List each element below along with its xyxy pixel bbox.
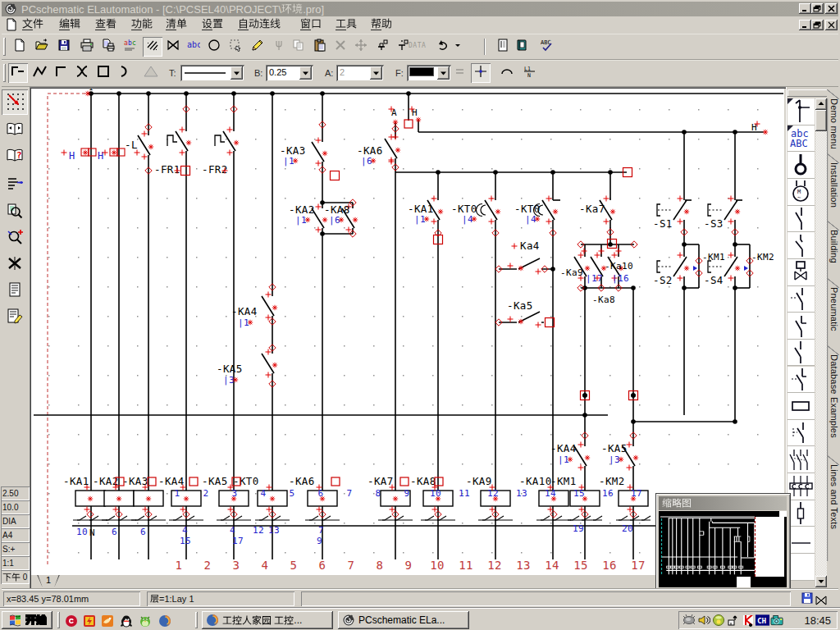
minimize-button[interactable]: [799, 3, 811, 14]
palette-tab-installation[interactable]: Installation: [827, 162, 839, 230]
undo-list-button[interactable]: [448, 37, 468, 57]
quicklaunch-green-bird[interactable]: [138, 614, 152, 628]
page-notes-button[interactable]: [2, 304, 28, 330]
snap-button[interactable]: [471, 63, 491, 83]
palette-scroll-thumb[interactable]: [815, 110, 827, 131]
palette-symbol-contact-dotted[interactable]: [788, 420, 815, 447]
print-button[interactable]: [77, 37, 97, 57]
angle-dropdown[interactable]: [370, 66, 382, 80]
mdi-document-icon[interactable]: [6, 18, 17, 34]
palette-symbol-lamp[interactable]: [788, 152, 815, 179]
symbols-button[interactable]: [163, 37, 183, 57]
pin-up-button[interactable]: [372, 37, 392, 57]
palette-tab-lines-and-texts[interactable]: Lines and Texts: [827, 464, 839, 561]
palette-tab-database-examples[interactable]: Database Examples: [827, 354, 839, 464]
start-button[interactable]: [2, 611, 52, 629]
mdi-minimize-button[interactable]: [799, 20, 811, 30]
tray-chip-gray[interactable]: [682, 614, 696, 627]
menu-item-7[interactable]: [238, 18, 281, 32]
line-labels-button[interactable]: L1N: [520, 63, 540, 83]
move-button[interactable]: [351, 37, 371, 57]
net-button[interactable]: [269, 37, 289, 57]
overview-title-bar[interactable]: [659, 496, 787, 510]
tray-speaker[interactable]: [696, 614, 710, 627]
line-type-dropdown[interactable]: [231, 66, 243, 80]
palette-symbol-terminal-strip[interactable]: [788, 473, 815, 500]
spell-check-button[interactable]: ABC: [537, 37, 557, 57]
palette-symbol-wire-branch[interactable]: [788, 98, 815, 126]
open-button[interactable]: [32, 37, 52, 57]
tray-camera-teal[interactable]: [770, 614, 784, 627]
tray-updown-arrow[interactable]: [726, 614, 740, 627]
menus-button[interactable]: [2, 171, 28, 197]
fill-triangle-button[interactable]: [141, 63, 161, 83]
menu-item-10[interactable]: [371, 18, 392, 32]
palette-symbol-text-abc[interactable]: abcABC: [788, 126, 815, 153]
close-button[interactable]: [825, 3, 838, 14]
edit-button[interactable]: [248, 37, 267, 57]
line-type-combo[interactable]: [180, 65, 244, 81]
taskbar-grip[interactable]: [57, 612, 60, 628]
palette-symbol-coil-box[interactable]: [788, 393, 815, 420]
menu-item-2[interactable]: [59, 18, 80, 32]
palette-symbol-fuse[interactable]: [788, 500, 815, 527]
menu-item-1[interactable]: [22, 18, 43, 32]
menu-item-4[interactable]: [131, 18, 153, 32]
palette-symbol-motor[interactable]: M~: [788, 179, 815, 206]
palette-scroll-up[interactable]: [815, 98, 827, 110]
palette-symbol-solenoid-valve[interactable]: [788, 259, 815, 286]
new-button[interactable]: [10, 37, 30, 57]
palette-scroll-down[interactable]: [815, 576, 827, 587]
menu-item-8[interactable]: [300, 18, 322, 32]
no-zoom-button[interactable]: [2, 252, 28, 277]
menu-item-3[interactable]: [95, 18, 116, 32]
mdi-close-button[interactable]: [825, 20, 838, 30]
overview-window[interactable]: [656, 494, 790, 591]
menu-item-5[interactable]: [166, 18, 187, 32]
draw-lines-button[interactable]: [143, 37, 162, 57]
text-properties-button[interactable]: abc: [120, 37, 139, 57]
delete-button[interactable]: [331, 37, 350, 57]
line-width-dropdown[interactable]: [299, 66, 312, 80]
lists-button[interactable]: [493, 37, 513, 57]
print-page-button[interactable]: [98, 37, 118, 57]
restore-button[interactable]: [811, 3, 824, 14]
manual-button[interactable]: ?: [2, 144, 28, 169]
overview-thumbnail[interactable]: [659, 511, 787, 587]
data-button[interactable]: DATA: [411, 37, 431, 57]
menu-item-9[interactable]: [336, 18, 357, 32]
page-tab-1[interactable]: 1: [37, 575, 60, 587]
palette-symbol-contact-no-3[interactable]: [788, 340, 815, 367]
curves-button[interactable]: [72, 63, 92, 83]
parallel-button[interactable]: [450, 63, 469, 83]
taskbar-grip[interactable]: [195, 612, 198, 628]
copy-button[interactable]: [289, 37, 308, 57]
palette-symbol-switch-nc-2[interactable]: [788, 367, 815, 394]
palette-symbol-three-pole-switch[interactable]: [788, 446, 815, 473]
palette-scroll-track[interactable]: [815, 110, 827, 576]
paste-button[interactable]: [310, 37, 330, 57]
mdi-restore-button[interactable]: [811, 20, 824, 30]
arc-button[interactable]: [115, 63, 135, 83]
tray-lang-ch[interactable]: CH: [756, 614, 769, 627]
menu-item-6[interactable]: [202, 18, 223, 32]
fill-color-dropdown[interactable]: [437, 66, 450, 80]
corner-button[interactable]: [51, 63, 71, 83]
line-width-combo[interactable]: 0.25: [266, 65, 313, 81]
palette-symbol-contact-no-2[interactable]: [788, 232, 815, 259]
database-button[interactable]: [512, 37, 532, 57]
circles-button[interactable]: [204, 37, 224, 57]
palette-tab-pneumatic[interactable]: Pneumatic: [827, 287, 839, 354]
angle-combo[interactable]: 2: [336, 65, 384, 81]
page-browse-button[interactable]: [2, 117, 28, 143]
task-button-2[interactable]: PCschematic ELa...: [338, 611, 469, 629]
tray-green-ball[interactable]: [711, 614, 725, 627]
area-button[interactable]: [226, 37, 245, 57]
palette-symbol-limit-switch[interactable]: [788, 286, 815, 313]
zoom-page-button[interactable]: [2, 199, 28, 225]
quicklaunch-firefox[interactable]: [158, 614, 171, 628]
zoom-in-button[interactable]: [2, 226, 28, 251]
page-data-button[interactable]: [2, 278, 28, 304]
texts-button[interactable]: abc: [184, 37, 203, 57]
palette-symbol-contact-no[interactable]: [788, 206, 815, 233]
